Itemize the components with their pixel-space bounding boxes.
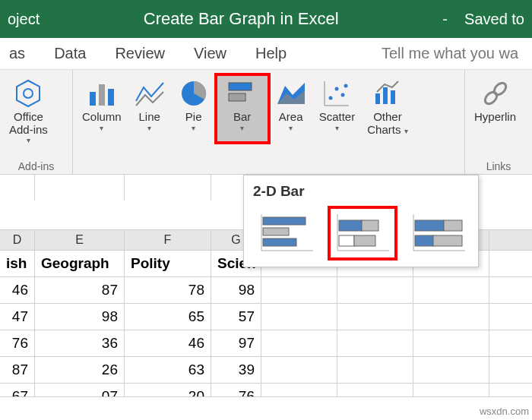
svg-rect-31: [354, 235, 375, 246]
svg-rect-18: [391, 90, 395, 104]
ribbon: Office Add-ins ▾ Add-ins Column▾ Line▾: [0, 70, 532, 175]
bar-chart-button[interactable]: Bar▾: [216, 74, 269, 143]
svg-point-12: [329, 96, 333, 100]
svg-point-14: [341, 93, 345, 97]
group-caption-addins: Add-ins: [3, 159, 69, 172]
dropdown-icon: ▾: [27, 136, 30, 144]
svg-rect-4: [108, 89, 114, 106]
svg-marker-0: [17, 81, 40, 106]
pie-chart-button[interactable]: Pie▾: [172, 74, 216, 143]
svg-point-19: [483, 90, 499, 106]
dropdown-section-header: 2-D Bar: [249, 180, 473, 207]
svg-rect-6: [229, 83, 252, 90]
svg-rect-30: [339, 235, 354, 246]
svg-rect-2: [90, 92, 96, 106]
group-charts: Column▾ Line▾ Pie▾ Bar▾: [73, 70, 465, 174]
tab-formulas[interactable]: as: [9, 45, 25, 62]
stacked-bar-option[interactable]: [329, 207, 396, 259]
office-addins-label: Office Add-ins ▾: [9, 111, 48, 144]
svg-point-15: [344, 84, 348, 88]
stacked-bar-100-option[interactable]: [405, 207, 472, 259]
area-chart-button[interactable]: Area▾: [269, 74, 313, 143]
svg-point-1: [24, 89, 33, 98]
column-chart-button[interactable]: Column▾: [76, 74, 128, 143]
titlebar: oject Create Bar Graph in Excel - Saved …: [0, 0, 532, 38]
table-row: 67 07 20 76: [0, 384, 532, 397]
svg-rect-17: [383, 87, 388, 104]
svg-rect-35: [444, 220, 462, 231]
svg-rect-36: [415, 235, 433, 246]
colhead-e[interactable]: E: [35, 230, 125, 250]
colhead-k[interactable]: [489, 230, 532, 250]
tab-review[interactable]: Review: [115, 45, 165, 62]
office-addins-button[interactable]: Office Add-ins ▾: [3, 74, 54, 159]
bar-chart-dropdown: 2-D Bar: [243, 175, 479, 267]
document-title: Create Bar Graph in Excel: [40, 9, 442, 29]
project-name-fragment: oject: [8, 11, 40, 28]
pie-icon: [178, 77, 210, 109]
area-icon: [275, 77, 307, 109]
cells: ish Geograph Polity Scien 46 87 78 98 47…: [0, 251, 532, 397]
svg-rect-28: [339, 220, 362, 231]
svg-rect-7: [229, 93, 245, 101]
tab-data[interactable]: Data: [54, 45, 86, 62]
ribbon-tabs: as Data Review View Help Tell me what yo…: [0, 38, 532, 70]
colhead-f[interactable]: F: [125, 230, 211, 250]
svg-rect-34: [415, 220, 444, 231]
svg-rect-3: [99, 84, 105, 106]
svg-rect-29: [362, 220, 378, 231]
watermark: wsxdn.com: [480, 406, 529, 417]
hyperlink-icon: [480, 77, 511, 109]
svg-point-20: [492, 81, 508, 96]
svg-rect-25: [263, 238, 296, 246]
tab-view[interactable]: View: [194, 45, 226, 62]
cell[interactable]: ish: [0, 251, 35, 276]
addins-icon: [12, 77, 44, 109]
group-caption-links: Links: [468, 159, 529, 172]
scatter-chart-button[interactable]: Scatter▾: [313, 74, 362, 143]
bar-icon: [226, 77, 258, 109]
clustered-bar-option[interactable]: [253, 207, 320, 259]
hyperlink-button[interactable]: Hyperlin: [468, 74, 522, 159]
svg-rect-16: [375, 93, 380, 104]
svg-rect-23: [263, 217, 306, 225]
tab-help[interactable]: Help: [255, 45, 287, 62]
line-icon: [134, 77, 166, 109]
group-links: Hyperlin Links: [465, 70, 532, 174]
column-icon: [86, 77, 118, 109]
save-status: - Saved to: [442, 11, 524, 28]
svg-rect-37: [433, 235, 462, 246]
table-row: 47 98 65 57: [0, 304, 532, 330]
scatter-icon: [321, 77, 353, 109]
colhead-d[interactable]: D: [0, 230, 35, 250]
table-row: 46 87 78 98: [0, 277, 532, 304]
svg-point-13: [335, 87, 339, 91]
table-row: 87 26 63 39: [0, 357, 532, 384]
cell[interactable]: Polity: [125, 251, 211, 276]
cell[interactable]: Geograph: [35, 251, 125, 276]
tell-me-search[interactable]: Tell me what you wa: [382, 45, 518, 62]
table-row: 76 36 46 97: [0, 330, 532, 357]
svg-rect-24: [263, 228, 289, 235]
group-addins: Office Add-ins ▾ Add-ins: [0, 70, 73, 174]
group-caption-charts: [76, 159, 461, 172]
other-charts-button[interactable]: OtherCharts ▾: [361, 74, 413, 143]
other-charts-icon: [372, 77, 404, 109]
line-chart-button[interactable]: Line▾: [128, 74, 172, 143]
